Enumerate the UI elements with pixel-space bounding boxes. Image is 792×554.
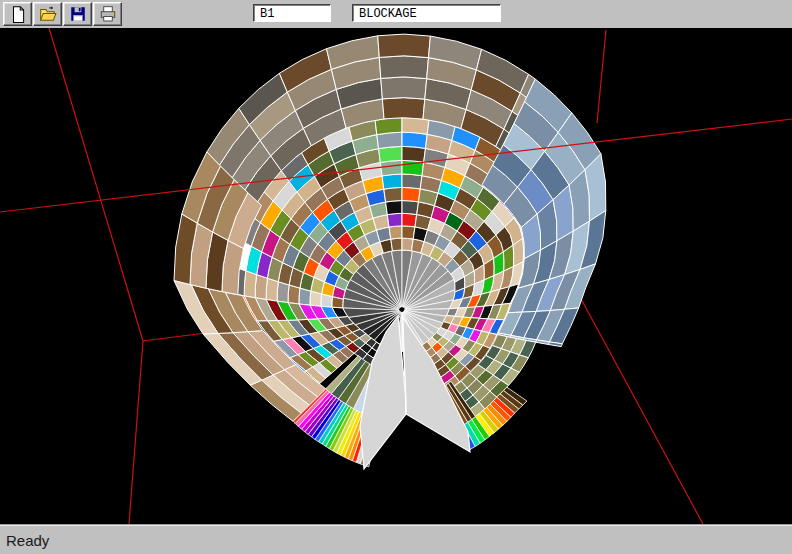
block-name-field[interactable] xyxy=(352,4,501,22)
blockage-model-svg xyxy=(0,28,792,524)
print-icon xyxy=(99,5,117,23)
viewport-3d[interactable] xyxy=(0,28,792,524)
open-button[interactable] xyxy=(33,2,62,26)
status-text: Ready xyxy=(0,532,49,549)
app-window: Ready xyxy=(0,0,792,554)
block-id-field[interactable] xyxy=(253,4,331,22)
save-icon xyxy=(69,5,87,23)
status-bar: Ready xyxy=(0,524,792,554)
new-button[interactable] xyxy=(3,2,32,26)
save-button[interactable] xyxy=(63,2,92,26)
open-folder-icon xyxy=(39,5,57,23)
print-button[interactable] xyxy=(93,2,122,26)
new-document-icon xyxy=(9,5,27,23)
toolbar xyxy=(0,0,792,29)
